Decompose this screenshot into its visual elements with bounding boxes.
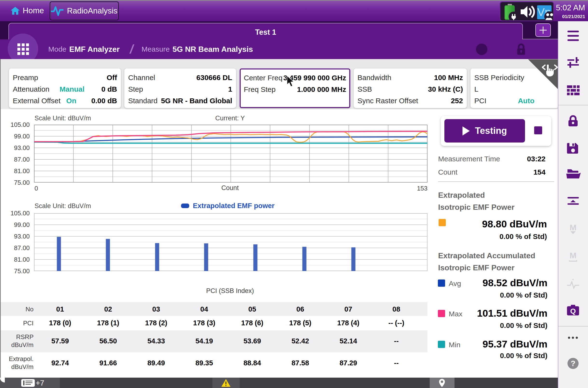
svg-text:Q: Q	[570, 307, 576, 315]
svg-text:M: M	[570, 223, 576, 232]
svg-text:M: M	[570, 251, 576, 260]
